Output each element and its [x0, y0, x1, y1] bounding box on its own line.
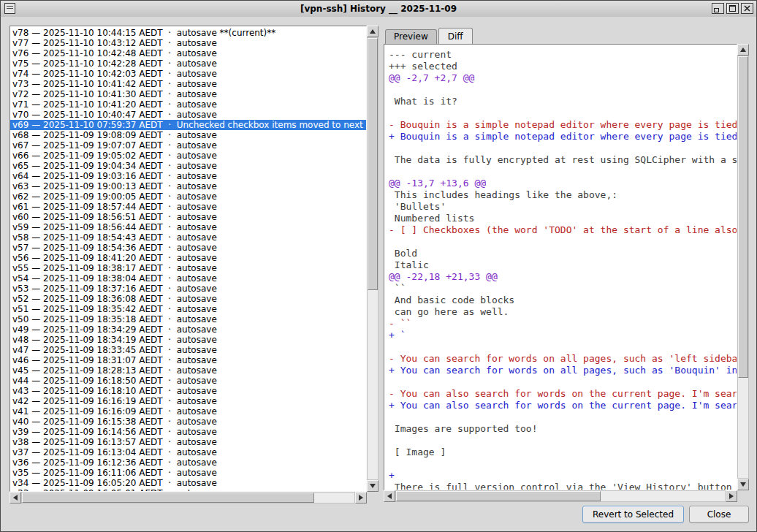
version-row[interactable]: v62 — 2025-11-09 19:00:05 AEDT · autosav…	[10, 191, 366, 202]
tab-preview[interactable]: Preview	[385, 29, 437, 44]
version-row[interactable]: v38 — 2025-11-09 16:13:57 AEDT · autosav…	[10, 437, 366, 447]
scrollbar-thumb[interactable]	[368, 38, 378, 290]
version-row[interactable]: v77 — 2025-11-10 10:43:12 AEDT · autosav…	[10, 38, 366, 48]
version-list: v78 — 2025-11-10 10:44:15 AEDT · autosav…	[9, 26, 367, 492]
scroll-down-button[interactable]	[737, 479, 749, 490]
scrollbar-thumb[interactable]	[396, 491, 601, 501]
version-row[interactable]: v49 — 2025-11-09 18:34:29 AEDT · autosav…	[10, 324, 366, 335]
scrollbar-corner	[737, 490, 749, 502]
scroll-up-button[interactable]	[737, 44, 749, 56]
version-row[interactable]: v56 — 2025-11-09 18:41:20 AEDT · autosav…	[10, 253, 366, 263]
version-row[interactable]: v67 — 2025-11-09 19:07:07 AEDT · autosav…	[10, 140, 366, 151]
version-row[interactable]: v61 — 2025-11-09 18:57:44 AEDT · autosav…	[10, 202, 366, 212]
diff-content[interactable]: --- current+++ selected@@ -2,7 +2,7 @@ W…	[384, 44, 737, 490]
version-row[interactable]: v50 — 2025-11-09 18:35:18 AEDT · autosav…	[10, 314, 366, 324]
version-row[interactable]: v35 — 2025-11-09 16:11:06 AEDT · autosav…	[10, 468, 366, 478]
version-row[interactable]: v53 — 2025-11-09 18:37:16 AEDT · autosav…	[10, 284, 366, 294]
version-row[interactable]: v43 — 2025-11-09 16:18:10 AEDT · autosav…	[10, 386, 366, 396]
version-row[interactable]: v66 — 2025-11-09 19:05:02 AEDT · autosav…	[10, 151, 366, 161]
diff-line: 'Bullets'	[389, 201, 737, 213]
version-row[interactable]: v73 — 2025-11-10 10:41:42 AEDT · autosav…	[10, 79, 366, 89]
diff-line: [ Image ]	[389, 446, 737, 458]
titlebar: [vpn-ssh] History __ 2025-11-09	[1, 1, 756, 18]
diff-line: Images are supported too!	[389, 423, 737, 435]
version-row[interactable]: v45 — 2025-11-09 18:28:13 AEDT · autosav…	[10, 365, 366, 376]
version-row[interactable]: v78 — 2025-11-10 10:44:15 AEDT · autosav…	[10, 28, 366, 38]
version-row[interactable]: v47 — 2025-11-09 18:33:45 AEDT · autosav…	[10, 345, 366, 355]
version-row[interactable]: v54 — 2025-11-09 18:38:04 AEDT · autosav…	[10, 273, 366, 284]
maximize-button[interactable]	[726, 3, 739, 14]
version-row[interactable]: v59 — 2025-11-09 18:56:44 AEDT · autosav…	[10, 222, 366, 232]
version-row[interactable]: v39 — 2025-11-09 16:14:56 AEDT · autosav…	[10, 427, 366, 437]
diff-line	[389, 84, 737, 96]
close-button[interactable]	[741, 3, 753, 14]
scrollbar-track[interactable]	[367, 37, 378, 480]
close-dialog-button[interactable]: Close	[689, 506, 749, 523]
scroll-down-button[interactable]	[367, 480, 378, 492]
scroll-left-button[interactable]	[9, 492, 21, 503]
scroll-right-icon	[359, 495, 363, 501]
version-row[interactable]: v51 — 2025-11-09 18:35:42 AEDT · autosav…	[10, 304, 366, 314]
scrollbar-thumb[interactable]	[738, 56, 748, 378]
version-row[interactable]: v72 — 2025-11-10 10:41:30 AEDT · autosav…	[10, 89, 366, 99]
version-row[interactable]: v70 — 2025-11-10 10:40:47 AEDT · autosav…	[10, 110, 366, 120]
diff-line	[389, 142, 737, 154]
diff-line: - [ ] Checkboxes (the word 'TODO' at the…	[389, 224, 737, 236]
window-title: [vpn-ssh] History __ 2025-11-09	[1, 1, 756, 17]
version-row[interactable]: v60 — 2025-11-09 18:56:51 AEDT · autosav…	[10, 212, 366, 222]
diff-line: @@ -2,7 +2,7 @@	[389, 72, 737, 84]
version-row[interactable]: v64 — 2025-11-09 19:03:16 AEDT · autosav…	[10, 171, 366, 181]
version-row[interactable]: v37 — 2025-11-09 16:13:04 AEDT · autosav…	[10, 447, 366, 457]
tab-bar: Preview Diff	[385, 28, 474, 44]
diff-line	[389, 411, 737, 423]
diff-line: Bold	[389, 248, 737, 259]
version-row[interactable]: v75 — 2025-11-10 10:42:28 AEDT · autosav…	[10, 58, 366, 69]
version-row[interactable]: v36 — 2025-11-09 16:12:36 AEDT · autosav…	[10, 457, 366, 468]
scroll-right-button[interactable]	[355, 492, 367, 503]
minimize-button[interactable]	[712, 3, 724, 14]
version-row[interactable]: v76 — 2025-11-10 10:42:48 AEDT · autosav…	[10, 48, 366, 58]
scroll-up-icon	[370, 29, 376, 34]
tab-diff[interactable]: Diff	[438, 28, 473, 44]
version-row[interactable]: v58 — 2025-11-09 18:54:43 AEDT · autosav…	[10, 232, 366, 243]
version-row[interactable]: v42 — 2025-11-09 16:16:19 AEDT · autosav…	[10, 396, 366, 406]
diff-vertical-scrollbar[interactable]	[737, 44, 749, 490]
diff-line: can go here as well.	[389, 306, 737, 318]
scrollbar-track[interactable]	[737, 56, 749, 479]
version-row[interactable]: v44 — 2025-11-09 16:18:50 AEDT · autosav…	[10, 376, 366, 386]
scrollbar-track[interactable]	[395, 490, 726, 502]
version-row[interactable]: v65 — 2025-11-09 19:04:34 AEDT · autosav…	[10, 161, 366, 171]
scroll-right-button[interactable]	[726, 490, 737, 502]
version-row[interactable]: v68 — 2025-11-09 19:08:09 AEDT · autosav…	[10, 130, 366, 140]
version-row[interactable]: v71 — 2025-11-10 10:41:20 AEDT · autosav…	[10, 99, 366, 110]
diff-horizontal-scrollbar[interactable]	[384, 490, 737, 502]
version-row[interactable]: v55 — 2025-11-09 18:38:17 AEDT · autosav…	[10, 263, 366, 273]
version-row[interactable]: v46 — 2025-11-09 18:31:07 AEDT · autosav…	[10, 355, 366, 365]
scrollbar-track[interactable]	[21, 492, 355, 503]
version-row[interactable]: v48 — 2025-11-09 18:34:19 AEDT · autosav…	[10, 335, 366, 345]
version-list-vertical-scrollbar[interactable]	[367, 26, 378, 492]
diff-line: There is full version control via the 'V…	[389, 482, 737, 490]
version-row[interactable]: v57 — 2025-11-09 18:54:36 AEDT · autosav…	[10, 243, 366, 253]
version-row[interactable]: v74 — 2025-11-10 10:42:03 AEDT · autosav…	[10, 69, 366, 79]
version-list-panel: v78 — 2025-11-10 10:44:15 AEDT · autosav…	[9, 26, 378, 503]
revert-to-selected-button[interactable]: Revert to Selected	[582, 506, 684, 523]
diff-line: What is it?	[389, 96, 737, 107]
scroll-right-icon	[729, 493, 734, 499]
diff-line: +++ selected	[389, 61, 737, 72]
version-row[interactable]: v34 — 2025-11-09 16:05:20 AEDT · autosav…	[10, 478, 366, 488]
scrollbar-corner	[367, 492, 378, 503]
diff-line	[389, 376, 737, 388]
history-window: [vpn-ssh] History __ 2025-11-09 v78 — 20…	[0, 0, 757, 532]
version-row[interactable]: v52 — 2025-11-09 18:36:08 AEDT · autosav…	[10, 294, 366, 304]
version-row[interactable]: v69 — 2025-11-10 07:59:37 AEDT · Uncheck…	[10, 120, 366, 130]
scrollbar-thumb[interactable]	[22, 493, 314, 503]
diff-line	[389, 341, 737, 353]
version-row[interactable]: v41 — 2025-11-09 16:16:09 AEDT · autosav…	[10, 406, 366, 417]
version-row[interactable]: v40 — 2025-11-09 16:15:38 AEDT · autosav…	[10, 417, 366, 427]
scroll-up-button[interactable]	[367, 26, 378, 37]
scroll-left-icon	[387, 493, 392, 499]
version-row[interactable]: v63 — 2025-11-09 19:00:13 AEDT · autosav…	[10, 181, 366, 191]
scroll-left-button[interactable]	[384, 490, 395, 502]
version-list-horizontal-scrollbar[interactable]	[9, 492, 367, 503]
